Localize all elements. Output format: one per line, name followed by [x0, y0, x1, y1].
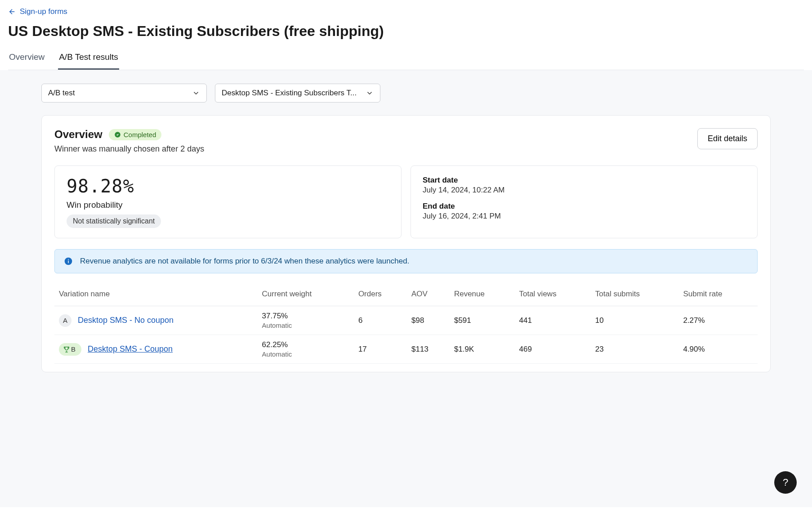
th-revenue: Revenue [450, 282, 515, 306]
views-value: 469 [514, 335, 590, 364]
help-button[interactable]: ? [774, 471, 797, 494]
revenue-value: $591 [450, 306, 515, 335]
trophy-icon [63, 346, 70, 353]
table-row: B Desktop SMS - Coupon 62.25% Automatic … [54, 335, 758, 364]
th-variation: Variation name [54, 282, 258, 306]
status-badge-completed: Completed [109, 129, 162, 140]
overview-title: Overview [54, 128, 103, 141]
weight-value: 37.75% [262, 312, 349, 321]
weight-mode: Automatic [262, 350, 349, 358]
variation-badge-a: A [59, 314, 71, 327]
status-text: Completed [124, 131, 156, 138]
info-banner: Revenue analytics are not available for … [54, 249, 758, 273]
th-submits: Total submits [591, 282, 679, 306]
submit-rate-value: 4.90% [678, 335, 758, 364]
tab-ab-test-results[interactable]: A/B Test results [58, 48, 119, 70]
edit-details-button[interactable]: Edit details [697, 128, 758, 149]
variation-badge-b-winner: B [59, 343, 81, 356]
submit-rate-value: 2.27% [678, 306, 758, 335]
start-date-label: Start date [423, 176, 745, 185]
page-title: US Desktop SMS - Existing Subscribers (f… [8, 23, 804, 40]
win-probability-label: Win probability [67, 200, 389, 210]
overview-subtitle: Winner was manually chosen after 2 days [54, 144, 204, 154]
aov-value: $113 [407, 335, 450, 364]
chevron-down-icon [192, 89, 200, 97]
th-submit-rate: Submit rate [678, 282, 758, 306]
svg-rect-3 [68, 259, 69, 260]
select-test-name-value: Desktop SMS - Existing Subscribers T... [222, 89, 357, 98]
weight-mode: Automatic [262, 321, 349, 329]
chevron-down-icon [366, 89, 374, 97]
end-date-label: End date [423, 202, 745, 211]
views-value: 441 [514, 306, 590, 335]
tabs: Overview A/B Test results [8, 48, 804, 70]
variation-link-coupon[interactable]: Desktop SMS - Coupon [88, 344, 173, 354]
select-test-type[interactable]: A/B test [41, 84, 207, 103]
start-date-value: July 14, 2024, 10:22 AM [423, 186, 745, 195]
win-probability-value: 98.28% [67, 176, 389, 196]
variation-link-no-coupon[interactable]: Desktop SMS - No coupon [78, 316, 174, 325]
overview-card: Overview Completed Winner was manually c… [41, 115, 771, 372]
submits-value: 23 [591, 335, 679, 364]
win-probability-box: 98.28% Win probability Not statistically… [54, 165, 402, 238]
breadcrumb-label: Sign-up forms [20, 7, 67, 16]
dates-box: Start date July 14, 2024, 10:22 AM End d… [410, 165, 758, 238]
table-row: A Desktop SMS - No coupon 37.75% Automat… [54, 306, 758, 335]
orders-value: 17 [354, 335, 407, 364]
significance-badge: Not statistically significant [67, 214, 161, 228]
orders-value: 6 [354, 306, 407, 335]
aov-value: $98 [407, 306, 450, 335]
info-banner-text: Revenue analytics are not available for … [80, 257, 409, 266]
weight-value: 62.25% [262, 340, 349, 349]
revenue-value: $1.9K [450, 335, 515, 364]
info-icon [64, 257, 73, 266]
submits-value: 10 [591, 306, 679, 335]
breadcrumb-signup-forms[interactable]: Sign-up forms [8, 7, 67, 16]
select-test-type-value: A/B test [48, 89, 75, 98]
help-icon: ? [783, 477, 788, 488]
tab-overview[interactable]: Overview [8, 48, 45, 70]
th-weight: Current weight [258, 282, 354, 306]
th-orders: Orders [354, 282, 407, 306]
check-circle-icon [114, 131, 121, 138]
th-views: Total views [514, 282, 590, 306]
arrow-left-icon [8, 8, 16, 16]
th-aov: AOV [407, 282, 450, 306]
select-test-name[interactable]: Desktop SMS - Existing Subscribers T... [215, 84, 380, 103]
end-date-value: July 16, 2024, 2:41 PM [423, 212, 745, 221]
svg-rect-2 [68, 260, 69, 263]
variations-table: Variation name Current weight Orders AOV… [54, 282, 758, 364]
